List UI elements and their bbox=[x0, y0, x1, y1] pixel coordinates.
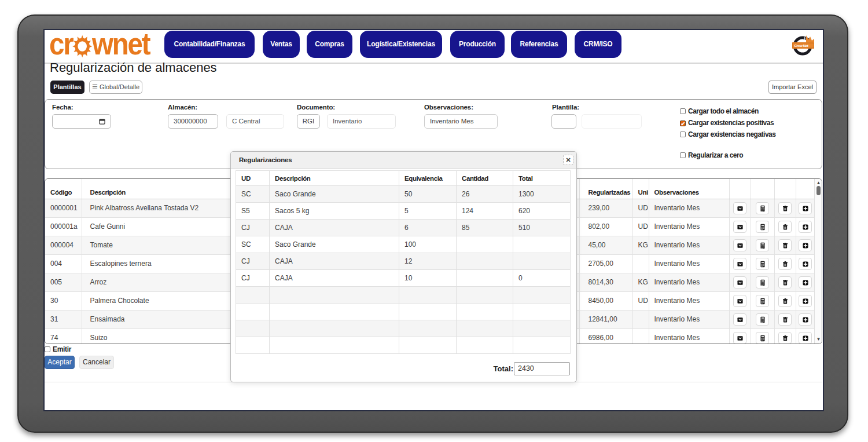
svg-text:Crow Net: Crow Net bbox=[795, 43, 808, 48]
